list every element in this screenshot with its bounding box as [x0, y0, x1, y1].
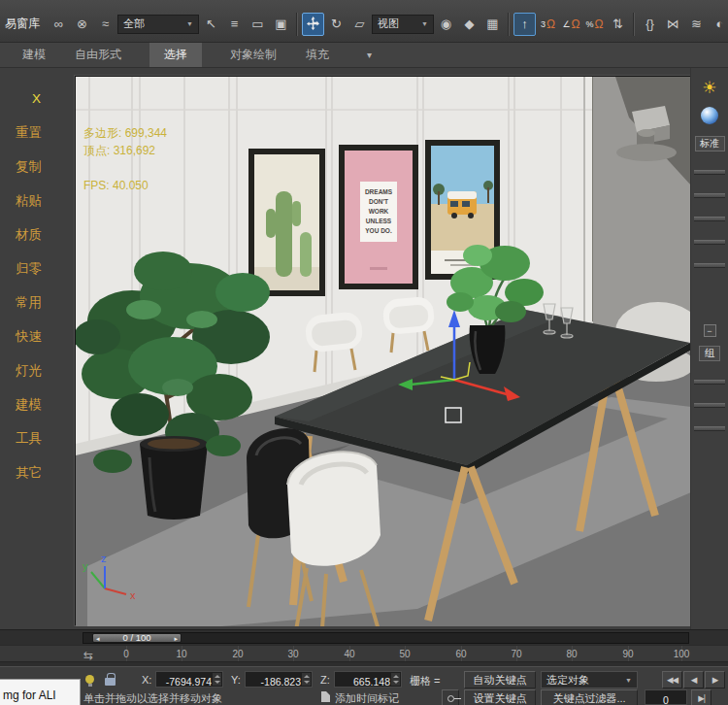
auto-key-button[interactable]: 自动关键点	[464, 671, 536, 688]
key-filters-button[interactable]: 关键点过滤器...	[541, 689, 638, 705]
time-slider-track[interactable]: ◂ 0 / 100 ▸	[83, 632, 689, 644]
rollout-bar[interactable]	[694, 403, 725, 408]
slider-prev-arrow-icon[interactable]: ◂	[96, 635, 100, 642]
previous-frame-button[interactable]: ◀	[683, 671, 704, 688]
current-frame-field[interactable]	[645, 689, 687, 705]
rollout-bar[interactable]	[694, 263, 725, 268]
sidebar-item-x[interactable]: X	[0, 82, 73, 116]
sidebar-item-other[interactable]: 其它	[0, 455, 73, 489]
isolate-toggle-icon[interactable]	[85, 675, 94, 684]
rollout-collapse-icon[interactable]: −	[704, 324, 716, 337]
sidebar-item-copy[interactable]: 复制	[0, 150, 73, 184]
unlink-selection-icon[interactable]: ⊗	[71, 13, 93, 36]
rollout-bar[interactable]	[694, 426, 725, 431]
grid-size-label: 栅格 =	[410, 674, 440, 688]
plugin-toolbar-label: 易窗库	[5, 16, 40, 32]
ribbon-tab-modeling[interactable]: 建模	[8, 43, 60, 67]
snap-3d-icon[interactable]: 3Ω	[537, 13, 559, 36]
tick-label: 10	[176, 649, 186, 659]
ribbon-flyout-icon[interactable]: ▾	[367, 43, 372, 67]
standard-primitives-label[interactable]: 标准	[695, 136, 725, 151]
key-icon	[447, 695, 454, 702]
sidebar-item-common[interactable]: 常用	[0, 285, 73, 319]
time-slider-handle[interactable]: ◂ 0 / 100 ▸	[92, 633, 182, 643]
ribbon-tab-populate[interactable]: 填充	[291, 43, 344, 67]
spinner-icon[interactable]	[302, 673, 311, 686]
rollout-bar[interactable]	[694, 217, 725, 221]
reference-coordinate-dropdown[interactable]: 视图 ▼	[372, 15, 434, 34]
select-object-icon[interactable]: ↖	[200, 13, 222, 36]
angle-snap-icon[interactable]: ∠Ω	[560, 13, 582, 36]
snaps-toggle-icon[interactable]: ↑	[513, 13, 536, 36]
set-key-icon-button[interactable]	[442, 689, 459, 705]
rollout-bar[interactable]	[694, 240, 725, 245]
rollout-bar[interactable]	[694, 170, 725, 175]
rollout-bar[interactable]	[694, 193, 725, 198]
select-by-name-icon[interactable]: ≡	[223, 13, 246, 36]
sidebar-item-zero[interactable]: 归零	[0, 252, 73, 285]
z-coord-field[interactable]	[334, 671, 402, 688]
selection-filter-dropdown[interactable]: 全部 ▼	[117, 15, 199, 34]
rollout-bar[interactable]	[694, 380, 725, 385]
svg-text:WORK: WORK	[369, 208, 389, 215]
sidebar-item-lights[interactable]: 灯光	[0, 353, 73, 387]
spinner-snap-icon[interactable]: ⇅	[607, 13, 629, 36]
sun-icon[interactable]: ☀	[691, 78, 728, 99]
sidebar-item-quick[interactable]: 快速	[0, 319, 73, 353]
mini-curve-editor-icon[interactable]: ⇆	[83, 649, 93, 662]
sidebar-item-modeling[interactable]: 建模	[0, 387, 73, 421]
align-icon[interactable]: ≋	[685, 13, 708, 36]
chevron-down-icon: ▼	[186, 20, 193, 27]
set-key-button[interactable]: 设置关键点	[464, 689, 536, 705]
toolbar-separator	[296, 13, 298, 36]
group-label[interactable]: 组	[699, 346, 720, 361]
perspective-viewport[interactable]: DREAMS DON'T WORK UNLESS YOU DO.	[75, 76, 690, 625]
selection-lock-icon[interactable]	[105, 678, 116, 686]
ribbon-tab-freeform[interactable]: 自由形式	[60, 43, 136, 67]
svg-text:多边形: 699,344: 多边形: 699,344	[83, 126, 167, 140]
ribbon-tab-bar: 建模 自由形式 选择 对象绘制 填充 ▾	[0, 43, 728, 68]
mirror-icon[interactable]: ⋈	[662, 13, 684, 36]
poster-cactus[interactable]	[248, 149, 325, 296]
svg-text:FPS: 40.050: FPS: 40.050	[83, 179, 149, 192]
sidebar-item-paste[interactable]: 粘贴	[0, 184, 73, 218]
geometry-sphere-icon[interactable]	[701, 107, 718, 124]
svg-text:z: z	[101, 553, 107, 564]
ribbon-tab-object-paint[interactable]: 对象绘制	[215, 43, 291, 67]
named-selection-sets-icon[interactable]: {}	[639, 13, 661, 36]
sidebar-item-tools[interactable]: 工具	[0, 421, 73, 455]
select-and-move-button[interactable]	[302, 13, 324, 36]
window-crossing-icon[interactable]: ▣	[270, 13, 292, 36]
bind-to-spacewarp-icon[interactable]: ≈	[94, 13, 116, 36]
x-coord-field[interactable]	[155, 671, 223, 688]
svg-text:DREAMS: DREAMS	[365, 188, 393, 195]
spinner-icon[interactable]	[391, 673, 400, 686]
select-and-link-icon[interactable]: ∞	[48, 13, 70, 36]
ribbon-tab-selection[interactable]: 选择	[149, 43, 202, 67]
toolbar-separator	[508, 13, 510, 36]
spinner-icon[interactable]	[213, 673, 221, 686]
poster-dreams[interactable]: DREAMS DON'T WORK UNLESS YOU DO.	[339, 145, 418, 289]
play-button[interactable]: ▶	[705, 671, 725, 688]
use-center-icon[interactable]: ◉	[435, 13, 457, 36]
select-and-scale-icon[interactable]: ▱	[348, 13, 371, 36]
sidebar-item-reset[interactable]: 重置	[0, 116, 73, 150]
external-window-fragment[interactable]: mg for ALI	[0, 679, 81, 705]
slider-next-arrow-icon[interactable]: ▸	[174, 635, 178, 642]
add-time-tag-label[interactable]: 添加时间标记	[335, 691, 399, 705]
keyboard-override-icon[interactable]: ▦	[481, 13, 504, 36]
tick-label: 100	[674, 649, 690, 659]
y-coord-field[interactable]	[245, 671, 313, 688]
material-editor-icon[interactable]: ◐	[709, 13, 728, 36]
percent-snap-icon[interactable]: %Ω	[583, 13, 606, 36]
track-bar[interactable]: ⇆ 0 10 20 30 40 50 60 70 80 90 100	[0, 645, 728, 666]
selection-region-icon[interactable]: ▭	[247, 13, 269, 36]
selected-filter-dropdown[interactable]: 选定对象 ▼	[541, 671, 638, 688]
select-and-rotate-icon[interactable]: ↻	[325, 13, 347, 36]
select-and-manipulate-icon[interactable]: ◆	[458, 13, 480, 36]
go-to-start-button[interactable]: ◀◀	[662, 671, 682, 688]
sidebar-item-material[interactable]: 材质	[0, 218, 73, 252]
tick-label: 60	[455, 649, 466, 659]
y-coord-label: Y:	[231, 674, 241, 686]
next-frame-button[interactable]: ▶|	[691, 689, 711, 705]
